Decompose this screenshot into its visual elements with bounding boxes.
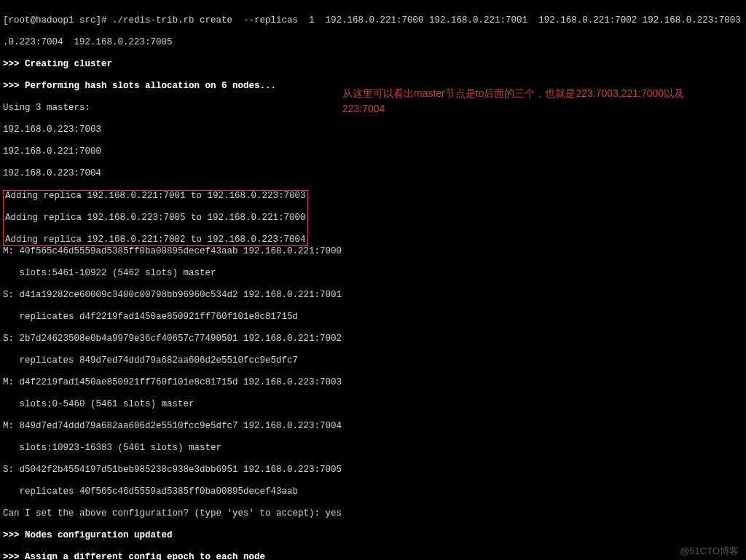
node-line: slots:0-5460 (5461 slots) master [3, 399, 743, 410]
node-line: slots:5461-10922 (5462 slots) master [3, 268, 743, 279]
node-line: replicates d4f2219fad1450ae850921ff760f1… [3, 312, 743, 323]
node-line: S: 2b7d24623508e0b4a9979e36cf40657c77490… [3, 334, 743, 344]
node-line: M: 849d7ed74ddd79a682aa606d2e5510fcc9e5d… [3, 421, 743, 432]
node-line: M: d4f2219fad1450ae850921ff760f101e8c817… [3, 377, 743, 388]
node-line: S: d5042f2b4554197d51beb985238c938e3dbb6… [3, 465, 743, 476]
out-m1: 192.168.0.223:7003 [3, 125, 743, 135]
node-line: S: d41a19282ce60009c3400c00798bb96960c53… [3, 290, 743, 301]
node-line: replicates 40f565c46d5559ad5385ff0ba0089… [3, 486, 743, 497]
out-box3: Adding replica 192.168.0.221:7002 to 192… [5, 234, 306, 245]
out-creating: >>> Creating cluster [3, 59, 743, 70]
replica-highlight-box: Adding replica 192.168.0.221:7001 to 192… [3, 190, 308, 246]
out-box2: Adding replica 192.168.0.223:7005 to 192… [5, 213, 306, 224]
out-box1: Adding replica 192.168.0.221:7001 to 192… [5, 191, 306, 202]
annotation-text: 从这里可以看出master节点是to后面的三个，也就是223:7003,221:… [342, 86, 721, 117]
node-line: M: 40f565c46d5559ad5385ff0ba00895decef43… [3, 246, 743, 257]
shell-command-2: .0.223:7004 192.168.0.223:7005 [3, 37, 743, 48]
out-updated: >>> Nodes configuration updated [3, 530, 743, 541]
watermark-text: @51CTO博客 [680, 545, 739, 557]
shell-prompt: [root@hadoop1 src]# [3, 15, 112, 25]
terminal-output: [root@hadoop1 src]# ./redis-trib.rb crea… [0, 0, 746, 560]
out-assign: >>> Assign a different config epoch to e… [3, 552, 743, 560]
node-line: slots:10923-16383 (5461 slots) master [3, 443, 743, 454]
node-line: replicates 849d7ed74ddd79a682aa606d2e551… [3, 355, 743, 366]
out-confirm: Can I set the above configuration? (type… [3, 508, 743, 519]
command-line: [root@hadoop1 src]# ./redis-trib.rb crea… [3, 15, 743, 26]
out-m3: 192.168.0.223:7004 [3, 168, 743, 179]
shell-command: ./redis-trib.rb create --replicas 1 192.… [112, 15, 746, 25]
out-m2: 192.168.0.221:7000 [3, 146, 743, 157]
